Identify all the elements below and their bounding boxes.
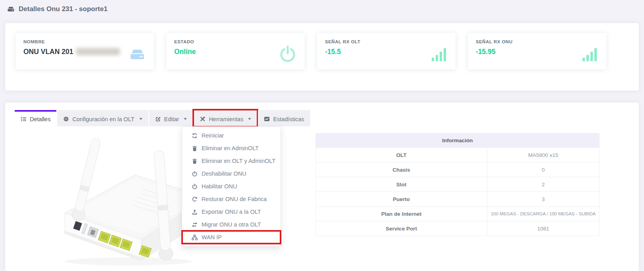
menu-item-label: Migrar ONU a otra OLT xyxy=(202,221,261,228)
signal-bars-icon xyxy=(432,48,448,61)
row-label: Plan de Internet xyxy=(316,207,487,221)
menu-item-wan-ip[interactable]: WAN IP xyxy=(182,231,281,244)
table-row: Slot 2 xyxy=(316,177,600,192)
card-label: SEÑAL RX ONU xyxy=(476,39,513,44)
card-senal-rx-olt: SEÑAL RX OLT -15.5 xyxy=(317,33,456,70)
edit-icon xyxy=(155,116,161,122)
power-icon xyxy=(279,45,297,64)
redacted-text xyxy=(76,48,120,55)
row-value: 1081 xyxy=(487,221,600,236)
card-value: ONU VLAN 201 xyxy=(23,48,120,56)
card-label: ESTADO xyxy=(174,39,196,44)
row-value: 100 MEGAS - DESCARGA / 100 MEGAS - SUBID… xyxy=(487,207,600,221)
tools-icon xyxy=(200,116,206,122)
caret-down-icon xyxy=(139,118,142,120)
menu-item-migrar-olt[interactable]: Migrar ONU a otra OLT xyxy=(182,218,281,231)
info-table: Información OLT MA5800 x15 Chasis 0 Slot… xyxy=(315,133,600,236)
menu-item-eliminar-olt-adminolt[interactable]: Eliminar en OLT y AdminOLT xyxy=(182,155,281,167)
table-row: OLT MA5800 x15 xyxy=(316,148,600,163)
tab-bar: Detalles Configuración en la OLT xyxy=(5,103,639,126)
menu-item-habilitar-onu[interactable]: Habilitar ONU xyxy=(182,180,281,193)
card-value: Online xyxy=(174,48,196,56)
tab-label: Herramientas xyxy=(209,116,243,122)
rotate-icon xyxy=(192,196,198,202)
card-nombre: NOMBRE ONU VLAN 201 xyxy=(15,33,154,70)
power-icon xyxy=(192,184,198,190)
card-label: NOMBRE xyxy=(23,39,120,44)
details-panel: Detalles Configuración en la OLT xyxy=(5,103,639,271)
network-icon xyxy=(192,234,198,240)
row-label: Puerto xyxy=(316,192,487,207)
tab-label: Estadísticas xyxy=(273,116,304,122)
exchange-icon xyxy=(192,222,198,228)
gear-icon xyxy=(63,116,69,122)
menu-item-label: Reiniciar xyxy=(202,132,224,139)
power-icon xyxy=(192,171,198,177)
row-value: 0 xyxy=(487,163,600,177)
menu-item-label: Eliminar en AdminOLT xyxy=(202,145,259,151)
row-value: 3 xyxy=(487,192,600,207)
menu-item-eliminar-adminolt[interactable]: Eliminar en AdminOLT xyxy=(182,142,281,155)
tab-editar[interactable]: Editar xyxy=(149,110,193,126)
card-label: SEÑAL RX OLT xyxy=(325,39,360,44)
signal-bars-icon xyxy=(582,48,598,61)
caret-down-icon xyxy=(184,118,187,120)
page-title: Detalles Onu 231 - soporte1 xyxy=(19,5,108,13)
menu-item-label: Resturar ONU de Fabrica xyxy=(202,196,267,202)
card-value: -15.95 xyxy=(476,48,513,56)
caret-down-icon xyxy=(248,118,251,120)
hdd-icon xyxy=(129,47,146,62)
page-header: Detalles Onu 231 - soporte1 xyxy=(0,0,644,18)
card-value: -15.5 xyxy=(325,48,360,56)
tab-label: Editar xyxy=(164,116,179,122)
row-label: Slot xyxy=(316,177,487,192)
info-table-header: Información xyxy=(316,134,600,148)
menu-item-label: Eliminar en OLT y AdminOLT xyxy=(202,158,275,164)
table-row: Puerto 3 xyxy=(316,192,600,207)
row-value: 2 xyxy=(487,177,600,192)
table-row: Chasis 0 xyxy=(316,163,600,177)
row-value: MA5800 x15 xyxy=(487,148,600,163)
menu-item-label: Exportar ONU a la OLT xyxy=(202,209,261,215)
list-icon xyxy=(21,116,27,122)
tab-herramientas[interactable]: Herramientas xyxy=(194,110,257,126)
table-row: Service Port 1081 xyxy=(316,221,600,236)
trash-icon xyxy=(192,158,198,164)
refresh-icon xyxy=(192,133,198,139)
cards-panel: NOMBRE ONU VLAN 201 ESTADO Online xyxy=(5,23,639,91)
chart-icon xyxy=(264,116,270,122)
row-label: Chasis xyxy=(316,163,487,177)
menu-item-restaurar-fabrica[interactable]: Resturar ONU de Fabrica xyxy=(182,193,281,205)
tab-estadisticas[interactable]: Estadísticas xyxy=(258,110,310,126)
card-senal-rx-onu: SEÑAL RX ONU -15.95 xyxy=(468,33,606,70)
tab-detalles[interactable]: Detalles xyxy=(15,110,56,126)
tab-label: Configuración en la OLT xyxy=(72,116,134,122)
herramientas-dropdown: Reiniciar Eliminar en AdminOLT Eliminar … xyxy=(182,126,281,246)
upload-icon xyxy=(192,209,198,215)
menu-item-label: WAN IP xyxy=(202,234,222,240)
table-row: Plan de Internet 100 MEGAS - DESCARGA / … xyxy=(316,207,600,221)
menu-item-reiniciar[interactable]: Reiniciar xyxy=(182,129,281,142)
hdd-icon xyxy=(7,6,15,13)
row-label: Service Port xyxy=(316,221,487,236)
trash-icon xyxy=(192,145,198,151)
menu-item-deshabilitar-onu[interactable]: Deshabilitar ONU xyxy=(182,167,281,180)
card-estado: ESTADO Online xyxy=(166,33,305,70)
menu-item-label: Habilitar ONU xyxy=(202,183,237,190)
menu-item-exportar-olt[interactable]: Exportar ONU a la OLT xyxy=(182,205,281,218)
tab-configuracion-olt[interactable]: Configuración en la OLT xyxy=(57,110,148,126)
row-label: OLT xyxy=(316,148,487,163)
menu-item-label: Deshabilitar ONU xyxy=(202,170,246,177)
tab-label: Detalles xyxy=(30,116,50,122)
